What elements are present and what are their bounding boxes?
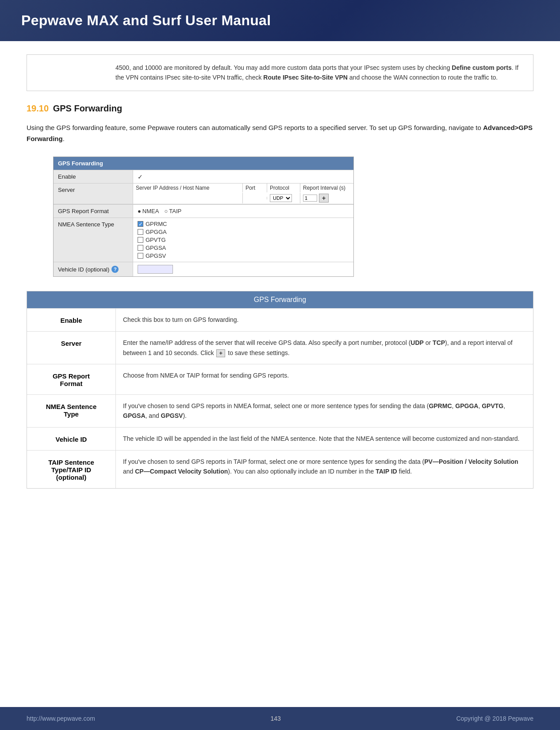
tcp-text: TCP: [433, 339, 445, 346]
vehicle-id-label: Vehicle ID (optional) ?: [54, 262, 133, 276]
taip-radio-item[interactable]: ○ TAIP: [164, 208, 181, 214]
gpgsa-ref: GPGSA: [123, 412, 146, 419]
server-proto-select[interactable]: UDP TCP: [267, 193, 300, 203]
taip-id-text: TAIP ID: [376, 468, 397, 475]
gpvtg-ref: GPVTG: [482, 402, 503, 409]
gpgga-checkbox[interactable]: [138, 229, 143, 235]
gpgsv-ref: GPGSV: [161, 412, 183, 419]
gpgga-label: GPGGA: [146, 229, 167, 235]
server-port-input[interactable]: [243, 197, 267, 199]
nmea-checkbox-list: ✓ GPRMC GPGGA GPVTG GPGSA: [138, 221, 167, 259]
gps-enable-row: Enable ✓: [54, 170, 353, 183]
cp-text: CP—Compact Velocity Solution: [135, 468, 228, 475]
nmea-sentence-type-label: NMEA Sentence Type: [54, 218, 133, 262]
desc-gps-format-row: GPS ReportFormat Choose from NMEA or TAI…: [27, 364, 533, 394]
taip-label: TAIP: [169, 208, 181, 214]
gpgga-item[interactable]: GPGGA: [138, 229, 167, 235]
gprmc-label: GPRMC: [146, 221, 167, 227]
info-text-1: 4500, and 10000 are monitored by default…: [115, 64, 452, 71]
gps-ui-screenshot: GPS Forwarding Enable ✓ Server Server IP…: [53, 157, 354, 277]
server-col-interval-header: Report Interval (s): [300, 183, 353, 192]
intro-text: Using the GPS forwarding feature, some P…: [27, 124, 483, 131]
info-box: 4500, and 10000 are monitored by default…: [27, 54, 533, 91]
desc-server-row: Server Enter the name/IP address of the …: [27, 331, 533, 364]
footer-copyright: Copyright @ 2018 Pepwave: [456, 715, 533, 722]
gps-report-format-row: GPS Report Format ● NMEA ○ TAIP: [54, 205, 353, 218]
gpgsa-item[interactable]: GPGSA: [138, 245, 167, 251]
gpgsv-checkbox[interactable]: [138, 253, 143, 259]
desc-nmea-type-row: NMEA SentenceType If you've chosen to se…: [27, 394, 533, 427]
desc-server-def: Enter the name/IP address of the server …: [115, 332, 533, 364]
nmea-radio-item[interactable]: ● NMEA: [138, 208, 159, 214]
server-col-port-header: Port: [243, 183, 267, 192]
gpgga-ref: GPGGA: [455, 402, 478, 409]
gprmc-checkbox[interactable]: ✓: [138, 221, 143, 227]
section-title: GPS Forwarding: [53, 103, 123, 113]
add-server-button[interactable]: +: [319, 194, 329, 203]
desc-nmea-type-term: NMEA SentenceType: [27, 395, 115, 427]
server-addr-input[interactable]: [133, 193, 243, 203]
udp-text: UDP: [410, 339, 424, 346]
desc-vehicle-id-row: Vehicle ID The vehicle ID will be append…: [27, 427, 533, 450]
nmea-label: NMEA: [142, 208, 159, 214]
gps-ui-header: GPS Forwarding: [54, 157, 353, 170]
gpvtg-item[interactable]: GPVTG: [138, 237, 167, 243]
page-header: Pepwave MAX and Surf User Manual: [0, 0, 560, 41]
gps-report-format-value: ● NMEA ○ TAIP: [133, 205, 353, 218]
enable-checkbox-checked[interactable]: ✓: [138, 173, 143, 180]
pv-text: PV—Position / Velocity Solution: [424, 458, 518, 465]
desc-vehicle-id-def: The vehicle ID will be appended in the l…: [115, 428, 533, 450]
taip-radio-button[interactable]: ○: [164, 208, 168, 214]
desc-gps-format-def: Choose from NMEA or TAIP format for send…: [115, 364, 533, 394]
main-content: 4500, and 10000 are monitored by default…: [0, 41, 560, 707]
gprmc-item[interactable]: ✓ GPRMC: [138, 221, 167, 227]
nmea-sentence-type-row: NMEA Sentence Type ✓ GPRMC GPGGA GPVTG: [54, 218, 353, 262]
desc-server-term: Server: [27, 332, 115, 364]
gps-report-format-label: GPS Report Format: [54, 205, 133, 218]
gps-desc-table: GPS Forwarding Enable Check this box to …: [27, 291, 533, 489]
gprmc-ref: GPRMC: [429, 402, 452, 409]
server-col-proto-header: Protocol: [267, 183, 300, 192]
intro-paragraph: Using the GPS forwarding feature, some P…: [27, 122, 533, 145]
nmea-radio-button[interactable]: ●: [138, 208, 141, 214]
desc-gps-format-term: GPS ReportFormat: [27, 364, 115, 394]
server-interval-input[interactable]: +: [300, 192, 353, 204]
desc-taip-row: TAIP SentenceType/TAIP ID(optional) If y…: [27, 450, 533, 488]
page-footer: http://www.pepwave.com 143 Copyright @ 2…: [0, 707, 560, 730]
footer-url: http://www.pepwave.com: [27, 715, 95, 722]
gps-format-radio-group: ● NMEA ○ TAIP: [138, 208, 181, 214]
vehicle-id-value[interactable]: [133, 262, 353, 276]
server-col-addr-header: Server IP Address / Host Name: [133, 183, 243, 192]
enable-value: ✓: [133, 170, 353, 183]
desc-table-header: GPS Forwarding: [27, 291, 533, 308]
server-label: Server: [54, 183, 133, 204]
gpvtg-checkbox[interactable]: [138, 237, 143, 243]
info-bold-2: Route IPsec Site-to-Site VPN: [263, 74, 348, 81]
gps-ui-header-row: GPS Forwarding: [54, 157, 353, 170]
vehicle-id-input[interactable]: [138, 265, 173, 274]
info-text-3: and choose the WAN connection to route t…: [348, 74, 498, 81]
server-sub-header: Server IP Address / Host Name Port Proto…: [133, 183, 353, 192]
gps-server-row: Server Server IP Address / Host Name Por…: [54, 183, 353, 205]
info-bold-1: Define custom ports: [452, 64, 511, 71]
vehicle-id-help-icon[interactable]: ?: [111, 266, 119, 273]
footer-page: 143: [270, 715, 280, 722]
desc-taip-def: If you've chosen to send GPS reports in …: [115, 451, 533, 488]
intro-end: .: [63, 135, 65, 142]
page-title: Pepwave MAX and Surf User Manual: [21, 12, 539, 29]
gpgsa-label: GPGSA: [146, 245, 166, 251]
vehicle-id-row: Vehicle ID (optional) ?: [54, 262, 353, 276]
gpgsv-item[interactable]: GPGSV: [138, 252, 167, 259]
section-heading: 19.10 GPS Forwarding: [27, 103, 533, 115]
server-data-row: UDP TCP +: [133, 192, 353, 204]
desc-enable-def: Check this box to turn on GPS forwarding…: [115, 309, 533, 331]
desc-enable-row: Enable Check this box to turn on GPS for…: [27, 308, 533, 331]
protocol-dropdown[interactable]: UDP TCP: [270, 194, 292, 202]
desc-taip-term: TAIP SentenceType/TAIP ID(optional): [27, 451, 115, 488]
desc-nmea-type-def: If you've chosen to send GPS reports in …: [115, 395, 533, 427]
interval-field[interactable]: [303, 195, 317, 202]
enable-label: Enable: [54, 170, 133, 183]
section-number: 19.10: [27, 103, 49, 113]
plus-button-ref: +: [216, 349, 225, 357]
gpgsa-checkbox[interactable]: [138, 245, 143, 251]
